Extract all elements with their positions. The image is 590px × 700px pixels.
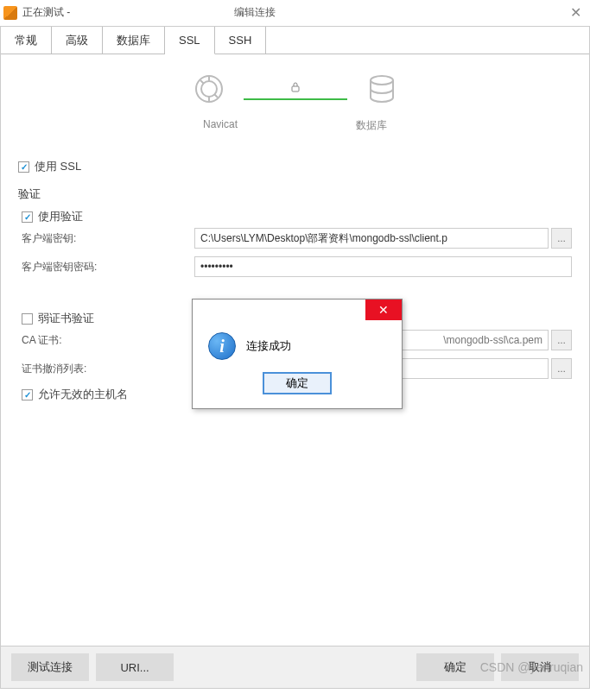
use-ssl-checkbox[interactable] — [18, 161, 29, 173]
tab-ssh[interactable]: SSH — [215, 27, 267, 54]
window-close-button[interactable]: ✕ — [570, 6, 581, 20]
tab-advanced[interactable]: 高级 — [52, 27, 103, 54]
diagram-link — [244, 81, 347, 100]
connection-diagram — [1, 54, 589, 118]
crl-browse-button[interactable]: … — [551, 358, 572, 379]
dialog-message: 连接成功 — [246, 338, 291, 354]
weak-cert-checkbox[interactable] — [22, 313, 33, 325]
ca-cert-browse-button[interactable]: … — [551, 330, 572, 350]
database-icon — [365, 72, 399, 110]
crl-label: 证书撤消列表: — [22, 362, 194, 376]
dialog-close-button[interactable]: ✕ — [365, 300, 402, 320]
tab-database[interactable]: 数据库 — [103, 27, 165, 54]
ok-button[interactable]: 确定 — [416, 653, 494, 681]
svg-rect-2 — [292, 86, 299, 91]
client-pass-label: 客户端密钥密码: — [22, 260, 194, 274]
dialog-titlebar: ✕ — [193, 300, 402, 324]
tab-ssl[interactable]: SSL — [165, 27, 215, 54]
bottom-bar: 测试连接 URI... 确定 取消 — [1, 646, 589, 688]
window-title: 编辑连接 — [234, 5, 276, 20]
auth-section-title: 验证 — [18, 186, 572, 202]
svg-point-3 — [371, 76, 393, 85]
database-label: 数据库 — [356, 118, 387, 133]
diagram-labels: Navicat 数据库 — [1, 118, 589, 146]
dialog-ok-button[interactable]: 确定 — [263, 372, 332, 394]
secure-line-icon — [244, 98, 347, 100]
navicat-label: Navicat — [203, 118, 238, 133]
cancel-button[interactable]: 取消 — [501, 653, 579, 681]
title-status: 正在测试 - — [22, 5, 70, 20]
uri-button[interactable]: URI... — [96, 653, 174, 681]
lock-icon — [289, 81, 301, 98]
navicat-icon — [192, 72, 226, 110]
use-auth-label: 使用验证 — [38, 209, 83, 224]
tab-general[interactable]: 常规 — [1, 27, 52, 54]
result-dialog: ✕ i 连接成功 确定 — [192, 299, 403, 409]
weak-cert-label: 弱证书验证 — [38, 311, 94, 326]
ca-cert-label: CA 证书: — [22, 333, 194, 348]
use-ssl-label: 使用 SSL — [35, 159, 81, 174]
allow-invalid-label: 允许无效的主机名 — [38, 387, 128, 402]
client-key-label: 客户端密钥: — [22, 231, 194, 246]
test-connection-button[interactable]: 测试连接 — [11, 653, 89, 681]
use-auth-row[interactable]: 使用验证 — [22, 209, 572, 224]
client-key-browse-button[interactable]: … — [551, 228, 572, 249]
client-key-input[interactable] — [194, 228, 549, 249]
use-auth-checkbox[interactable] — [22, 211, 33, 223]
allow-invalid-checkbox[interactable] — [22, 389, 33, 400]
tabs: 常规 高级 数据库 SSL SSH — [1, 27, 589, 54]
titlebar: 正在测试 - 编辑连接 ✕ — [0, 0, 590, 26]
use-ssl-row[interactable]: 使用 SSL — [18, 159, 572, 174]
info-icon: i — [208, 332, 236, 360]
app-icon — [3, 6, 17, 20]
client-pass-input[interactable] — [194, 256, 572, 277]
